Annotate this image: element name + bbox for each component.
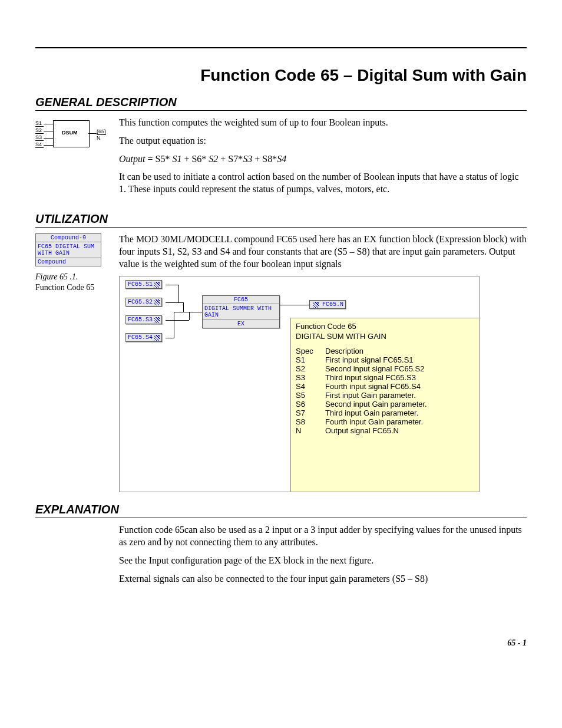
panel-spec: S8 xyxy=(296,417,325,426)
panel-desc: Second input signal FC65.S2 xyxy=(325,364,424,373)
general-p1: This function computes the weighted sum … xyxy=(119,117,527,129)
panel-desc-header: Description xyxy=(325,347,363,355)
figure-sublabel: Function Code 65 xyxy=(35,283,112,292)
explanation-p3: External signals can also be connected t… xyxy=(119,573,527,585)
panel-spec: S5 xyxy=(296,391,325,400)
compound-foot: Compound xyxy=(36,258,101,266)
top-rule xyxy=(35,47,527,48)
panel-title: Function Code 65 xyxy=(296,322,480,331)
panel-desc: Fourth input signal FC65.S4 xyxy=(325,382,421,391)
diag-input-s2: FC65.S2 xyxy=(125,298,162,307)
panel-desc: Fourth input Gain parameter. xyxy=(325,417,423,426)
explanation-p1: Function code 65can also be used as a 2 … xyxy=(119,524,527,549)
fc65-diagram: FC65.S1 FC65.S2 FC65.S3 FC65.S4 FC65 DIG… xyxy=(119,276,480,492)
panel-spec: S4 xyxy=(296,382,325,391)
panel-spec: S6 xyxy=(296,400,325,409)
section-heading-general: GENERAL DESCRIPTION xyxy=(35,95,527,111)
dsum-icon: DSUM S1 S2 S3 S4 (65) N xyxy=(35,114,112,151)
dsum-in-s4: S4 xyxy=(35,141,44,148)
panel-spec: S3 xyxy=(296,373,325,382)
diag-main-head: FC65 xyxy=(203,296,279,304)
diag-main-body: DIGITAL SUMMER WITH GAIN xyxy=(203,304,279,319)
page-number: 65 - 1 xyxy=(35,638,527,648)
diag-input-s1: FC65.S1 xyxy=(125,280,162,289)
diag-input-s3: FC65.S3 xyxy=(125,315,162,324)
panel-desc: Third input signal FC65.S3 xyxy=(325,373,416,382)
general-p2: The output equation is: xyxy=(119,135,527,147)
diag-main-foot: EX xyxy=(203,319,279,328)
section-heading-utilization: UTILIZATION xyxy=(35,212,527,228)
panel-desc: Output signal FC65.N xyxy=(325,426,399,435)
utilization-p1: The MOD 30ML/MODCELL compound FC65 used … xyxy=(119,233,527,270)
compound-body: FC65 DIGITAL SUM WITH GAIN xyxy=(36,242,101,258)
output-equation: Output = S5* S1 + S6* S2 + S7*S3 + S8*S4 xyxy=(119,153,527,166)
compound-box: Compound-9 FC65 DIGITAL SUM WITH GAIN Co… xyxy=(35,233,101,266)
dsum-in-s1: S1 xyxy=(35,120,44,127)
panel-spec: S7 xyxy=(296,409,325,417)
panel-desc: Third input Gain parameter. xyxy=(325,409,418,417)
dsum-out-top: (65) xyxy=(97,129,106,135)
dsum-in-s3: S3 xyxy=(35,134,44,141)
dsum-out-bot: N xyxy=(97,135,101,141)
compound-head: Compound-9 xyxy=(36,234,101,242)
panel-spec: N xyxy=(296,426,325,435)
diag-output-n: FC65.N xyxy=(309,300,346,309)
figure-label: Figure 65 .1. xyxy=(35,272,112,282)
panel-subtitle: DIGITAL SUM WITH GAIN xyxy=(296,332,480,341)
general-p3: It can be used to initiate a control act… xyxy=(119,171,527,196)
section-heading-explanation: EXPLANATION xyxy=(35,503,527,518)
panel-desc: First input Gain parameter. xyxy=(325,391,416,400)
page-title: Function Code 65 – Digital Sum with Gain xyxy=(35,66,527,85)
dsum-in-s2: S2 xyxy=(35,127,44,134)
explanation-p2: See the Input configuration page of the … xyxy=(119,555,527,567)
panel-spec: S1 xyxy=(296,355,325,364)
panel-desc: First input signal FC65.S1 xyxy=(325,355,414,364)
diag-main-block: FC65 DIGITAL SUMMER WITH GAIN EX xyxy=(202,295,280,328)
diag-input-s4: FC65.S4 xyxy=(125,333,162,342)
diag-info-panel: Function Code 65 DIGITAL SUM WITH GAIN S… xyxy=(290,318,480,492)
panel-desc: Second input Gain parameter. xyxy=(325,400,427,409)
panel-spec: S2 xyxy=(296,364,325,373)
panel-spec-header: Spec xyxy=(296,347,325,355)
dsum-label: DSUM xyxy=(62,130,78,136)
